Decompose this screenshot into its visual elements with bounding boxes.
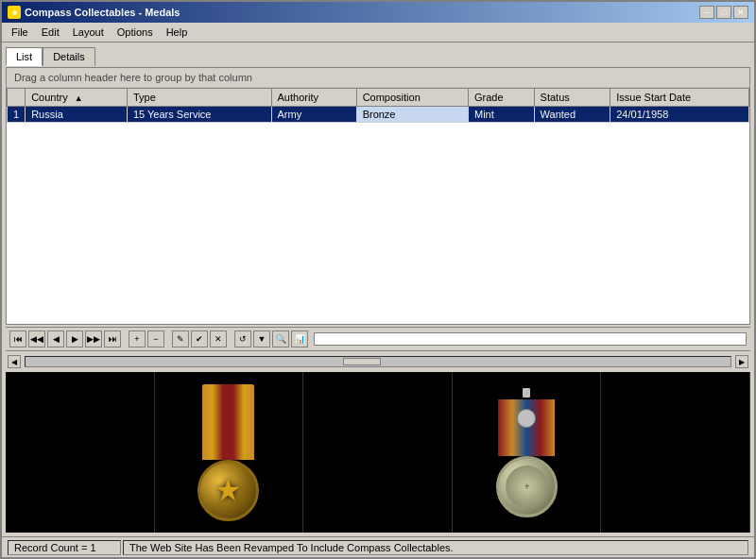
col-header-num (8, 89, 26, 107)
medal-image-2: ⚜ (453, 372, 602, 533)
medal-image-1: ★ (155, 372, 304, 533)
nav-cancel[interactable]: ✕ (210, 330, 227, 347)
cell-composition: Bronze (356, 107, 468, 123)
maximize-button[interactable]: □ (716, 6, 731, 19)
main-window: ★ Compass Collectables - Medals ─ □ ✕ Fi… (0, 0, 756, 559)
nav-chart[interactable]: 📊 (291, 330, 308, 347)
horizontal-scrollbar[interactable]: ◀ ▶ (6, 353, 750, 370)
nav-next-page[interactable]: ▶▶ (85, 330, 102, 347)
nav-delete[interactable]: − (147, 330, 164, 347)
tab-details[interactable]: Details (43, 47, 95, 66)
status-message: The Web Site Has Been Revamped To Includ… (123, 540, 748, 555)
sort-arrow-country: ▲ (75, 93, 83, 103)
image-panel-1 (6, 372, 155, 533)
col-header-type[interactable]: Type (127, 89, 271, 107)
col-header-grade[interactable]: Grade (469, 89, 535, 107)
scroll-right-btn[interactable]: ▶ (735, 355, 748, 368)
scroll-track[interactable] (25, 356, 731, 367)
cell-status: Wanted (534, 107, 610, 123)
title-bar: ★ Compass Collectables - Medals ─ □ ✕ (2, 2, 754, 23)
nav-prev[interactable]: ◀ (47, 330, 64, 347)
nav-first[interactable]: ⏮ (9, 330, 26, 347)
col-header-composition[interactable]: Composition (356, 89, 468, 107)
data-table: Country ▲ Type Authority Composition (7, 88, 749, 123)
status-bar: Record Count = 1 The Web Site Has Been R… (2, 536, 754, 557)
nav-refresh[interactable]: ↺ (234, 330, 251, 347)
row-number: 1 (8, 107, 26, 123)
table-area: Country ▲ Type Authority Composition (7, 88, 749, 324)
cell-country: Russia (26, 107, 128, 123)
menu-layout[interactable]: Layout (67, 25, 110, 40)
nav-edit[interactable]: ✎ (172, 330, 189, 347)
col-header-issue-start-date[interactable]: Issue Start Date (610, 89, 749, 107)
cell-grade: Mint (469, 107, 535, 123)
images-section: ★ ⚜ (6, 372, 750, 533)
app-icon: ★ (8, 6, 21, 19)
nav-progress-bar (314, 332, 747, 346)
nav-filter[interactable]: ▼ (253, 330, 270, 347)
col-header-authority[interactable]: Authority (271, 89, 356, 107)
image-panel-2 (303, 372, 453, 533)
nav-next[interactable]: ▶ (66, 330, 83, 347)
table-row[interactable]: 1 Russia 15 Years Service Army Bronze Mi… (8, 107, 749, 123)
menu-bar: File Edit Layout Options Help (2, 23, 754, 42)
image-panel-3 (601, 372, 750, 533)
nav-prev-page[interactable]: ◀◀ (28, 330, 45, 347)
menu-options[interactable]: Options (112, 25, 159, 40)
cell-type: 15 Years Service (127, 107, 271, 123)
menu-edit[interactable]: Edit (36, 25, 65, 40)
cell-issue-start-date: 24/01/1958 (610, 107, 749, 123)
navigator-bar: ⏮ ◀◀ ◀ ▶ ▶▶ ⏭ + − ✎ ✔ ✕ ↺ ▼ 🔍 📊 (6, 327, 750, 351)
col-header-status[interactable]: Status (534, 89, 610, 107)
content-area: List Details Drag a column header here t… (2, 42, 754, 536)
minimize-button[interactable]: ─ (699, 6, 714, 19)
title-buttons: ─ □ ✕ (699, 6, 748, 19)
nav-insert[interactable]: + (129, 330, 146, 347)
scroll-left-btn[interactable]: ◀ (8, 355, 21, 368)
tab-bar: List Details (6, 46, 750, 65)
menu-help[interactable]: Help (161, 25, 194, 40)
menu-file[interactable]: File (6, 25, 34, 40)
tab-list[interactable]: List (6, 47, 43, 66)
scroll-thumb[interactable] (343, 358, 381, 365)
nav-last[interactable]: ⏭ (104, 330, 121, 347)
col-header-country[interactable]: Country ▲ (26, 89, 128, 107)
window-title: Compass Collectables - Medals (25, 7, 180, 18)
close-button[interactable]: ✕ (733, 6, 748, 19)
title-bar-left: ★ Compass Collectables - Medals (8, 6, 180, 19)
group-hint: Drag a column header here to group by th… (7, 68, 749, 88)
nav-post[interactable]: ✔ (191, 330, 208, 347)
nav-search[interactable]: 🔍 (272, 330, 289, 347)
record-count: Record Count = 1 (8, 540, 121, 555)
main-panel: Drag a column header here to group by th… (6, 67, 750, 325)
cell-authority: Army (271, 107, 356, 123)
